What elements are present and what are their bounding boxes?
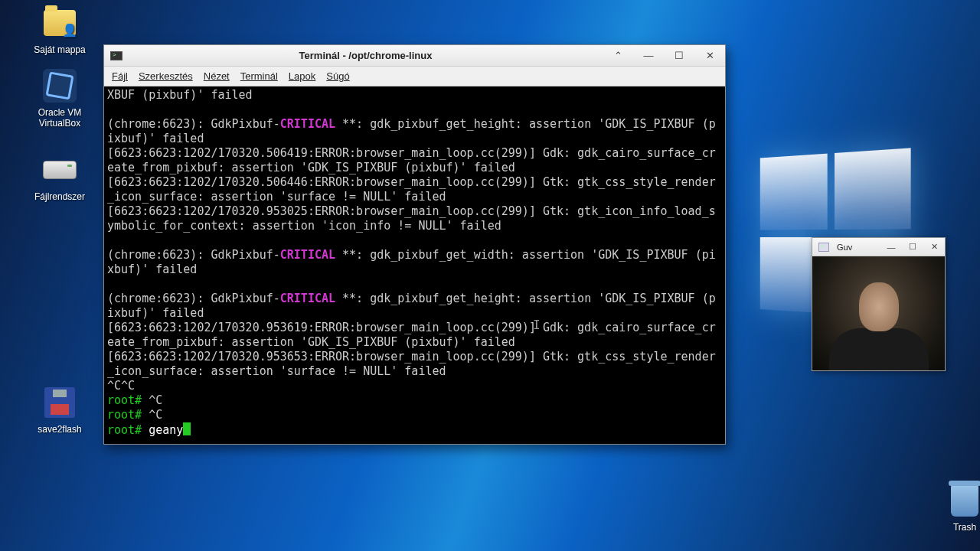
maximize-button[interactable]: ☐ <box>902 238 923 256</box>
drive-icon <box>43 161 77 179</box>
terminal-menubar: Fájl Szerkesztés Nézet Terminál Lapok Sú… <box>104 67 725 86</box>
maximize-button[interactable]: ☐ <box>664 45 694 67</box>
desktop-icon-home[interactable]: Saját mappa <box>21 5 98 55</box>
minimize-button[interactable]: — <box>633 45 664 67</box>
rollup-button[interactable]: ⌃ <box>603 45 633 67</box>
webcam-feed <box>812 256 945 370</box>
terminal-window[interactable]: Terminál - /opt/chrome-linux ⌃ — ☐ ✕ Fáj… <box>103 44 726 445</box>
menu-terminal[interactable]: Terminál <box>240 70 278 82</box>
desktop-icon-label: Trash <box>926 522 980 533</box>
menu-view[interactable]: Nézet <box>204 70 230 82</box>
minimize-button[interactable]: — <box>880 238 902 256</box>
menu-tabs[interactable]: Lapok <box>289 70 315 82</box>
desktop-icon-label: VirtualBox <box>21 118 98 129</box>
folder-icon <box>44 10 76 36</box>
desktop-icon-label: save2flash <box>21 424 98 435</box>
desktop-icon-label: Saját mappa <box>21 44 98 55</box>
terminal-output[interactable]: XBUF (pixbuf)' failed (chrome:6623): Gdk… <box>104 86 725 444</box>
webcam-app-icon <box>818 243 829 252</box>
menu-help[interactable]: Súgó <box>326 70 349 82</box>
close-button[interactable]: ✕ <box>923 238 945 256</box>
menu-file[interactable]: Fájl <box>112 70 128 82</box>
desktop-icon-filesystem[interactable]: Fájlrendszer <box>21 152 98 202</box>
desktop-icon-label: Oracle VM <box>21 107 98 118</box>
terminal-icon <box>110 51 122 60</box>
webcam-titlebar[interactable]: Guv — ☐ ✕ <box>812 238 945 256</box>
text-cursor-icon: I <box>533 318 541 332</box>
webcam-window[interactable]: Guv — ☐ ✕ <box>812 237 946 371</box>
virtualbox-icon <box>43 69 77 103</box>
terminal-titlebar[interactable]: Terminál - /opt/chrome-linux ⌃ — ☐ ✕ <box>104 45 725 67</box>
trash-icon <box>951 484 978 517</box>
floppy-icon <box>44 387 75 418</box>
close-button[interactable]: ✕ <box>694 45 725 67</box>
desktop-icon-trash[interactable]: Trash <box>926 482 980 533</box>
menu-edit[interactable]: Szerkesztés <box>139 70 193 82</box>
terminal-title: Terminál - /opt/chrome-linux <box>129 50 603 61</box>
desktop-icon-virtualbox[interactable]: Oracle VM VirtualBox <box>21 67 98 129</box>
webcam-title: Guv <box>835 243 880 252</box>
desktop-icon-save2flash[interactable]: save2flash <box>21 384 98 435</box>
desktop-icon-label: Fájlrendszer <box>21 191 98 202</box>
